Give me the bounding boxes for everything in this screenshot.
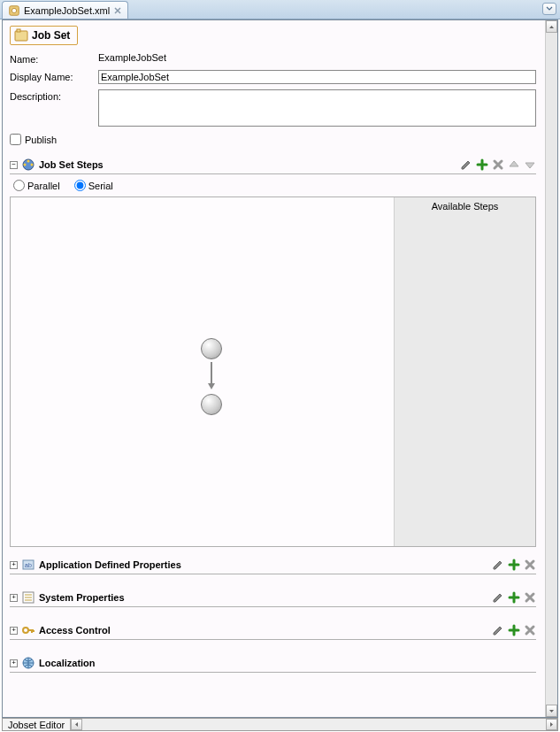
description-input[interactable] [98,89,536,127]
edit-icon[interactable] [492,624,504,636]
add-icon[interactable] [508,624,520,636]
publish-label: Publish [25,135,57,145]
close-icon[interactable] [113,6,122,15]
svg-rect-3 [17,29,20,32]
description-label: Description: [10,89,98,102]
delete-icon[interactable] [492,158,504,171]
expand-button[interactable]: + [10,627,18,635]
mode-radio-group: Parallel Serial [10,180,536,191]
parallel-text: Parallel [27,181,60,191]
key-icon [21,623,35,637]
collapse-button[interactable]: − [10,161,18,169]
delete-icon[interactable] [524,559,536,571]
vertical-scrollbar[interactable] [545,20,557,717]
add-icon[interactable] [508,591,520,604]
publish-checkbox[interactable] [10,134,21,145]
steps-canvas-container: Available Steps [10,196,536,547]
parallel-radio[interactable] [13,180,25,191]
system-icon [21,590,35,605]
scroll-left-button[interactable] [71,719,82,730]
localization-title: Localization [39,658,536,668]
sys-props-header: + System Properties [10,590,536,607]
move-down-icon[interactable] [524,158,536,171]
svg-rect-2 [15,31,27,41]
app-props-title: Application Defined Properties [39,559,492,570]
delete-icon[interactable] [524,624,536,636]
scroll-down-button[interactable] [546,705,557,717]
display-name-label: Display Name: [10,70,98,82]
jobset-icon [14,28,28,42]
svg-point-7 [24,164,27,166]
horizontal-scrollbar[interactable] [71,719,557,730]
status-label: Jobset Editor [3,719,71,730]
serial-text: Serial [88,181,113,191]
globe-icon [21,656,35,670]
serial-radio[interactable] [74,180,86,191]
svg-text:ab: ab [25,562,32,568]
expand-button[interactable]: + [10,594,18,602]
delete-icon[interactable] [524,591,536,604]
display-name-input[interactable] [98,70,536,84]
tab-dropdown-button[interactable] [542,3,556,15]
chevron-down-icon [546,6,553,12]
parallel-radio-label[interactable]: Parallel [13,180,60,191]
name-value: ExampleJobSet [98,52,536,63]
sys-props-title: System Properties [39,592,492,603]
svg-point-11 [23,628,28,633]
expand-button[interactable]: + [10,659,18,667]
edit-icon[interactable] [492,559,504,571]
tab-filename: ExampleJobSet.xml [24,5,110,16]
access-control-header: + Access Control [10,623,536,640]
name-label: Name: [10,52,98,65]
jobset-title-box: Job Set [10,26,78,45]
editor-tab[interactable]: ExampleJobSet.xml [2,1,128,19]
step-node-1[interactable] [201,338,222,359]
serial-radio-label[interactable]: Serial [74,180,113,191]
access-control-title: Access Control [39,625,492,636]
jobset-steps-title: Job Set Steps [39,159,460,170]
arrow-line [211,362,212,383]
available-steps-panel: Available Steps [394,197,535,546]
editor-content: Job Set Name: ExampleJobSet Display Name… [2,19,558,718]
arrow-head-icon [208,383,215,389]
svg-point-6 [31,164,34,166]
properties-icon: ab [21,558,35,572]
app-props-header: + ab Application Defined Properties [10,558,536,574]
status-bar: Jobset Editor [2,718,558,731]
available-steps-title: Available Steps [395,197,535,215]
steps-icon [21,158,35,172]
scroll-right-button[interactable] [546,719,557,730]
jobset-steps-header: − Job Set Steps [10,158,536,174]
tab-bar: ExampleJobSet.xml [0,0,560,19]
localization-header: + Localization [10,656,536,673]
edit-icon[interactable] [460,158,472,171]
edit-icon[interactable] [492,591,504,604]
jobset-title: Job Set [32,29,70,42]
scroll-up-button[interactable] [546,20,557,33]
move-up-icon[interactable] [508,158,520,171]
svg-point-1 [12,8,16,12]
add-icon[interactable] [476,158,488,171]
add-icon[interactable] [508,559,520,571]
svg-point-5 [27,160,30,163]
steps-canvas[interactable] [11,197,394,546]
step-node-2[interactable] [201,394,222,415]
expand-button[interactable]: + [10,561,18,569]
jobset-file-icon [8,4,20,17]
